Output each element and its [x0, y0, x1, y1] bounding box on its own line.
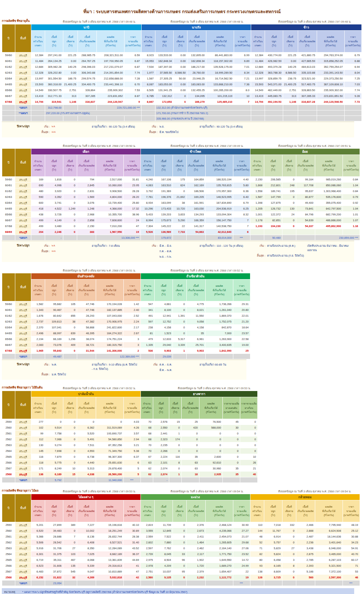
- column-header: จำนวนครัวเรือนเกษตร: [141, 500, 154, 522]
- data-cell: 10,002: [77, 528, 96, 534]
- plan-value-cell: [31, 581, 45, 586]
- plan-value-cell: 50,480: [264, 235, 282, 241]
- data-cell: 166,279: [187, 99, 206, 105]
- plan-value-cell: [282, 235, 296, 241]
- column-header: เนื้อที่เก็บเกี่ยวผลผลิต(ไร่): [186, 500, 205, 522]
- period-start-label: เริ่ม :: [139, 243, 159, 248]
- plan-value-cell: ***: [343, 581, 360, 586]
- data-cell: 2,246: [45, 229, 63, 235]
- crop-header: นาปรัง: [142, 24, 251, 31]
- data-cell: 20.80: [233, 307, 250, 313]
- plan-value-cell: [344, 105, 361, 110]
- data-cell: 3: [124, 336, 141, 342]
- period-value: ก.ค. - ต.ค.: [159, 249, 199, 253]
- data-cell: 175: [173, 177, 186, 183]
- data-cell: 3,401,640: [315, 540, 343, 546]
- plan-value-cell: [250, 235, 264, 241]
- data-cell: 127,875: [264, 200, 282, 206]
- data-timestamp: ดึงยอดข้อมูล ณ วันที่ 3 เดือน ตุลาคม พ.ศ…: [139, 268, 246, 273]
- area-cell: สระบุรี: [15, 528, 31, 534]
- data-cell: 30,960: [199, 466, 223, 472]
- data-cell: 22: [173, 223, 186, 229]
- area-cell: สระบุรี: [15, 200, 31, 206]
- data-cell: 7.53: [124, 87, 142, 93]
- year-cell: 2561: [2, 534, 15, 540]
- data-cell: 0.79: [343, 194, 360, 200]
- data-cell: 9,908,500: [96, 188, 124, 194]
- period-segment: เริ่ม :ตามปีงบประมาณ (ต.ค.)เปิดหีบประมาณ…: [246, 243, 354, 260]
- column-header: ราคาขายเฉลี่ย(บาท/กิโลกรัม): [343, 155, 360, 177]
- data-cell: 2,819: [141, 522, 154, 528]
- plan-value-cell: 230,859,000 ***: [315, 235, 360, 241]
- data-cell: 53: [343, 569, 360, 575]
- plan-row: 335,966.00 (กรมชลประทาน ปี 2567/68): [2, 116, 362, 121]
- data-cell: 95: [173, 569, 186, 575]
- column-header: จำนวนครัวเรือนเกษตร: [141, 155, 154, 177]
- data-cell: 223,831,652: [97, 93, 124, 99]
- data-cell: 12,752: [154, 319, 173, 325]
- data-cell: 2.52: [124, 313, 141, 319]
- data-cell: 2,323: [153, 437, 169, 442]
- data-cell: 5,491: [77, 437, 96, 442]
- data-cell: 418: [31, 206, 45, 212]
- area-cell: สระบุรี: [15, 466, 31, 472]
- data-cell: 2,150: [77, 223, 96, 229]
- data-cell: 8,165: [264, 563, 282, 569]
- data-cell: 277: [31, 419, 45, 425]
- period-value: ตามปีงบประมาณ (ต.ค.): [267, 243, 307, 252]
- data-cell: 15: [169, 419, 181, 425]
- data-cell: 0: [63, 212, 77, 218]
- column-header: จำนวนครัวเรือนเกษตร: [31, 397, 45, 419]
- data-cell: 8,021: [186, 307, 205, 313]
- column-header: เนื้อที่ปลูก(ไร่): [264, 500, 282, 522]
- data-cell: 8: [169, 460, 181, 466]
- data-cell: 6.87: [124, 58, 142, 64]
- column-header: เนื้อที่เสียหาย(ไร่): [282, 155, 296, 177]
- data-cell: 4,996: [45, 183, 63, 188]
- data-cell: 597: [141, 319, 154, 325]
- data-cell: 355,075,400: [315, 200, 343, 206]
- plan-value-cell: 122,369,000 ***: [96, 354, 141, 359]
- data-cell: 204: [31, 229, 45, 235]
- data-cell: 8,586.50: [174, 70, 187, 76]
- data-cell: 9,135: [154, 575, 173, 581]
- year-cell: 2567: [2, 466, 15, 472]
- data-cell: 68: [141, 425, 153, 431]
- data-cell: 2.94: [124, 437, 141, 442]
- data-cell: 3,076: [77, 200, 96, 206]
- data-cell: 7.74: [124, 70, 142, 76]
- data-cell: 244,120,546.50: [317, 99, 344, 105]
- data-cell: 29,878,400: [96, 466, 124, 472]
- data-timestamp: ดึงยอดข้อมูล ณ วันที่ 3 เดือน ตุลาคม พ.ศ…: [246, 144, 354, 148]
- data-cell: 86,441,863.00: [206, 52, 234, 58]
- data-cell: 5,526: [141, 229, 154, 235]
- data-cell: 8,249: [45, 466, 63, 472]
- data-cell: 6.88: [344, 58, 361, 64]
- data-cell: 2,266: [153, 448, 169, 454]
- data-cell: 499: [31, 223, 45, 229]
- plan-value-cell: [296, 581, 315, 586]
- area-cell: สระบุรี: [15, 419, 31, 425]
- data-cell: 241,822,600: [96, 325, 124, 331]
- data-cell: 9,058: [186, 319, 205, 325]
- column-header: เนื้อที่เสียหาย(ไร่): [169, 397, 181, 419]
- data-cell: 54.91: [343, 546, 360, 551]
- data-cell: 409: [63, 342, 77, 348]
- area-column-header: พื้นที่: [15, 494, 31, 522]
- data-cell: 54,580,850: [96, 437, 124, 442]
- data-cell: 47: [124, 569, 141, 575]
- data-cell: 233,391,143.50: [317, 70, 344, 76]
- data-cell: 107,041: [45, 325, 63, 331]
- data-cell: 105: [63, 301, 77, 307]
- data-cell: 2,466: [296, 522, 315, 528]
- plan-value-cell: 297,220.00 (กระทรวงเกษตรฯ-ฤดูฝน): [45, 110, 142, 116]
- column-header: เนื้อที่ปลูก(ไร่): [265, 31, 283, 52]
- data-cell: 19: [233, 575, 250, 581]
- data-cell: 10,296: [141, 206, 154, 212]
- data-cell: 10,720: [173, 206, 186, 212]
- data-cell: 1.04: [343, 206, 360, 212]
- data-cell: 319,541: [45, 99, 63, 105]
- year-cell: 64/65: [2, 82, 15, 87]
- data-cell: 2,739: [141, 551, 154, 557]
- table-row: 2568สระบุรี1366,189154,33826,560,2005622…: [2, 472, 258, 477]
